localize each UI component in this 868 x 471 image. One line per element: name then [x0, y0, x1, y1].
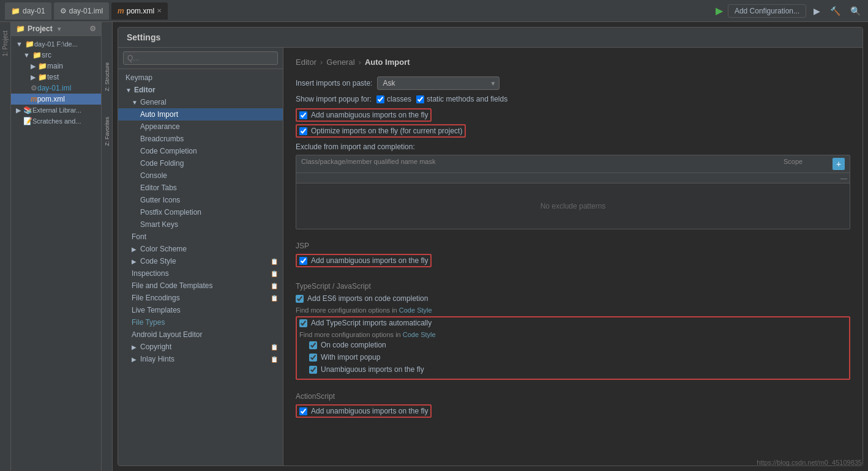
tree-ext-icon: 📚 [23, 106, 32, 114]
java-section: Insert imports on paste: Ask Always Neve… [296, 76, 850, 229]
jsp-unambiguous-checkbox[interactable] [299, 257, 307, 265]
optimize-imports-checkbox[interactable] [299, 127, 307, 135]
settings-dialog: Settings Keymap ▼ Editor [118, 27, 863, 466]
breadcrumb: Editor › General › Auto Import [296, 57, 850, 67]
nav-color-label: Color Scheme [140, 245, 187, 253]
es6-checkbox[interactable] [296, 295, 304, 303]
as-unambiguous-checkbox[interactable] [299, 407, 307, 415]
nav-inspections[interactable]: Inspections 📋 [118, 267, 283, 280]
optimize-imports-label: Optimize imports on the fly (for current… [311, 127, 462, 135]
search-button[interactable]: 🔍 [848, 5, 863, 17]
tree-day01[interactable]: ▼ 📁 day-01 F:\de... [11, 39, 101, 50]
nav-code-completion[interactable]: Code Completion [118, 145, 283, 157]
nav-android-layout[interactable]: Android Layout Editor [118, 328, 283, 341]
nav-editor-tabs[interactable]: Editor Tabs [118, 182, 283, 194]
exclude-col1: Class/package/member qualified name mask [301, 158, 784, 170]
exclude-minus-btn[interactable]: — [840, 174, 847, 182]
nav-appearance[interactable]: Appearance [118, 121, 283, 133]
nav-codestyle-expand: ▶ [132, 258, 139, 265]
nav-smart-keys[interactable]: Smart Keys [118, 218, 283, 231]
project-arrow[interactable]: ▼ [56, 26, 62, 32]
nav-code-style-label: Code Style [140, 257, 176, 265]
nav-general-expand: ▼ [132, 99, 139, 106]
actionscript-section: ActionScript Add unambiguous imports on … [296, 392, 850, 418]
classes-checkbox-label: classes [376, 95, 411, 103]
with-popup-checkbox[interactable] [309, 354, 317, 362]
nav-file-encodings[interactable]: File Encodings 📋 [118, 292, 283, 304]
tab-day01[interactable]: 📁 day-01 [5, 2, 51, 20]
settings-search-input[interactable] [123, 51, 278, 65]
on-completion-checkbox[interactable] [309, 341, 317, 349]
nav-color-expand: ▶ [132, 246, 139, 253]
nav-code-completion-label: Code Completion [140, 147, 197, 155]
tree-main[interactable]: ▶ 📁 main [11, 61, 101, 72]
nav-copyright[interactable]: ▶ Copyright 📋 [118, 341, 283, 353]
nav-editor-label: Editor [134, 86, 155, 94]
insert-imports-select-wrapper: Ask Always Never ▼ [377, 76, 499, 90]
tab-iml[interactable]: ⚙ day-01.iml [54, 2, 109, 20]
nav-gutter-icons-label: Gutter Icons [140, 196, 180, 204]
nav-code-style[interactable]: ▶ Code Style 📋 [118, 255, 283, 267]
nav-inspections-label: Inspections [132, 269, 169, 278]
add-unambiguous-checkbox[interactable] [299, 111, 307, 119]
build-button[interactable]: 🔨 [828, 5, 843, 17]
nav-file-types-label: File Types [132, 318, 165, 327]
tree-scratches[interactable]: ▶ 📝 Scratches and... [11, 116, 101, 127]
tree-test[interactable]: ▶ 📁 test [11, 72, 101, 83]
nav-general[interactable]: ▼ General [118, 96, 283, 108]
nav-postfix[interactable]: Postfix Completion [118, 206, 283, 218]
side-tab-project[interactable]: 1: Project [1, 27, 10, 60]
nav-keymap[interactable]: Keymap [118, 72, 283, 84]
static-checkbox[interactable] [416, 95, 424, 103]
code-style-link-1[interactable]: Code Style [399, 306, 432, 314]
nav-live-label: Live Templates [132, 306, 181, 314]
side-tab-structure[interactable]: Z: Structure [103, 59, 111, 95]
nav-copyright-badge: 📋 [271, 344, 278, 350]
jsp-section: JSP Add unambiguous imports on the fly [296, 242, 850, 270]
nav-code-folding[interactable]: Code Folding [118, 157, 283, 169]
left-side-tabs: 1: Project [0, 22, 11, 471]
nav-gutter-icons[interactable]: Gutter Icons [118, 194, 283, 206]
insert-imports-select[interactable]: Ask Always Never [377, 76, 499, 90]
nav-auto-import[interactable]: Auto Import [118, 108, 283, 121]
nav-file-types[interactable]: File Types [118, 316, 283, 328]
folder-icon: 📁 [11, 7, 20, 15]
nav-breadcrumbs[interactable]: Breadcrumbs [118, 133, 283, 145]
nav-code-folding-label: Code Folding [140, 159, 184, 168]
nav-editor-tabs-label: Editor Tabs [140, 184, 177, 192]
add-unambiguous-label: Add unambiguous imports on the fly [311, 111, 428, 119]
nav-live-templates[interactable]: Live Templates [118, 304, 283, 316]
tree-src[interactable]: ▼ 📁 src [11, 50, 101, 61]
nav-appearance-label: Appearance [140, 122, 180, 131]
nav-android-label: Android Layout Editor [132, 330, 202, 339]
settings-search-area [118, 48, 283, 69]
unambiguous-checkbox[interactable] [309, 366, 317, 374]
add-config-button[interactable]: Add Configuration... [728, 4, 806, 18]
code-style-link-2[interactable]: Code Style [403, 331, 436, 338]
project-settings-icon[interactable]: ⚙ [89, 24, 96, 33]
nav-auto-import-label: Auto Import [140, 110, 178, 119]
static-checkbox-label: static methods and fields [416, 95, 507, 103]
tree-test-icon: 📁 [38, 73, 47, 81]
with-popup-label: With import popup [321, 353, 380, 362]
side-tab-favorites[interactable]: Z: Favorites [103, 113, 111, 150]
nav-font[interactable]: Font [118, 231, 283, 243]
settings-body: Keymap ▼ Editor ▼ General Auto Import [118, 48, 862, 465]
tree-iml[interactable]: ▶ ⚙ day-01.iml [11, 83, 101, 94]
nav-editor[interactable]: ▼ Editor [118, 84, 283, 96]
nav-inlay-hints[interactable]: ▶ Inlay Hints 📋 [118, 353, 283, 365]
tab-pom[interactable]: m pom.xml ✕ [111, 2, 168, 20]
exclude-add-button[interactable]: + [832, 158, 845, 170]
breadcrumb-current: Auto Import [365, 57, 410, 67]
classes-checkbox[interactable] [376, 95, 384, 103]
run-button[interactable]: ▶ [811, 5, 823, 17]
ts-auto-checkbox[interactable] [299, 319, 307, 327]
tree-external[interactable]: ▶ 📚 External Librar... [11, 105, 101, 116]
nav-breadcrumbs-label: Breadcrumbs [140, 135, 184, 143]
nav-file-code-templates[interactable]: File and Code Templates 📋 [118, 280, 283, 292]
static-label: static methods and fields [427, 95, 507, 103]
nav-color-scheme[interactable]: ▶ Color Scheme [118, 243, 283, 255]
tree-pom[interactable]: ▶ m pom.xml [11, 94, 101, 105]
tab-pom-close[interactable]: ✕ [157, 7, 162, 14]
nav-console[interactable]: Console [118, 169, 283, 182]
